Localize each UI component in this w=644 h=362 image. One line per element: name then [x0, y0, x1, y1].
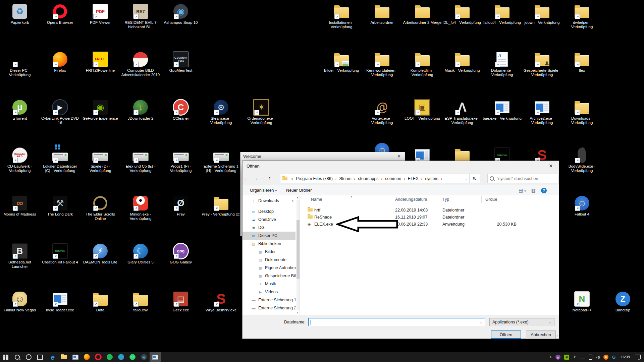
desktop-icon-archive2-exe-verkn-pfung[interactable]: ↗Archive2.exe - Verknüpfung	[523, 99, 561, 125]
scroll-up-icon[interactable]: ∧	[296, 196, 299, 199]
view-mode-icon[interactable]: ▤ ▾	[519, 188, 526, 193]
action-center-icon[interactable]	[635, 355, 641, 359]
desktop-icon-dwhelper-verkn-pfung[interactable]: ↗dwhelper - Verknüpfung	[562, 3, 601, 29]
breadcrumb-item-program-files-x86[interactable]: Program Files (x86)	[295, 176, 333, 181]
chevron-down-icon[interactable]: ⌄	[480, 320, 483, 324]
gog-tray-icon[interactable]: g	[555, 355, 560, 360]
taskbar-app-snap[interactable]: ◉	[138, 352, 150, 362]
forward-icon[interactable]: →	[251, 175, 260, 181]
sidebar-item-partial[interactable]: ▤	[243, 312, 296, 315]
breadcrumb-item-common[interactable]: common	[384, 176, 402, 181]
desktop-icon-lokaler-datentr-ger-c-verkn-pfung[interactable]: ↗Lokaler Datenträger (C) - Verknüpfung	[41, 147, 79, 173]
breadcrumb-item-system[interactable]: system	[424, 176, 439, 181]
taskbar-app-firefox[interactable]	[81, 352, 93, 362]
desktop-icon-bethesda-net-launcher[interactable]: B↗Bethesda.net Launcher	[0, 243, 39, 269]
desktop-icon-arbeitsordner-2-merge[interactable]: Arbeitsordner 2 Merge	[403, 3, 442, 25]
desktop-icon-dl-fo4-verkn-pfung[interactable]: ↗DL_fo4 - Verknüpfung	[443, 3, 482, 25]
desktop-icon-bae-exe-verkn-pfung[interactable]: ↗bae.exe - Verknüpfung	[483, 99, 522, 121]
desktop-icon-bandizip[interactable]: ZBandizip	[603, 291, 642, 312]
sidebar-item-eigene-aufnahmen[interactable]: ▦Eigene Aufnahmen	[243, 264, 296, 272]
file-row-hrtf[interactable]: hrtf22.08.2019 14:03Dateiordner	[300, 207, 559, 214]
resize-grip[interactable]	[555, 335, 558, 338]
sidebar-item-bilder[interactable]: ▦Bilder	[243, 248, 296, 256]
desktop-icon-wrye-bashnv-exe[interactable]: S↗Wrye BashNV.exe	[202, 291, 240, 312]
scroll-down-icon[interactable]: ∨	[296, 311, 299, 314]
desktop-icon-musik-verkn-pfung[interactable]: ↗Musik - Verknüpfung	[443, 51, 482, 73]
desktop-icon-geforce-experience[interactable]: ◉↗GeForce Experience	[81, 99, 120, 121]
desktop-icon-ashampoo-snap-10[interactable]: ◉↗Ashampoo Snap 10	[161, 3, 200, 25]
refresh-button[interactable]: ↻	[469, 174, 480, 183]
close-icon[interactable]: ✕	[547, 163, 555, 169]
usb-icon[interactable]	[589, 355, 592, 360]
column-header-name[interactable]: Name	[311, 195, 322, 203]
sidebar-item-onedrive[interactable]: ☁OneDrive	[243, 216, 296, 224]
desktop-icon-cd-laufwerk-verkn-pfung[interactable]: Computer BILD↗CD-Laufwerk - Verknüpfung	[0, 147, 39, 173]
open-button[interactable]: Öffnen	[491, 330, 521, 339]
desktop-icon-the-long-dark[interactable]: ⚒↗The Long Dark	[41, 195, 79, 217]
desktop-icon-fallout-new-vegas[interactable]: ☺↗Fallout New Vegas	[0, 291, 39, 312]
desktop-icon-glary-utilities-5[interactable]: ☾↗Glary Utilities 5	[121, 243, 160, 264]
desktop-icon-torrent[interactable]: µ↗µTorrent	[0, 99, 39, 121]
filename-input[interactable]: ⌄	[308, 318, 485, 326]
preview-pane-icon[interactable]: ▥	[531, 188, 536, 193]
desktop-icon-ordenador-exe-verkn-pfung[interactable]: ✶↗Ordenador.exe - Verknüpfung	[242, 99, 281, 125]
desktop-icon-resident-evil-7-biohazard-bl[interactable]: RE7↗RESIDENT EVIL 7 biohazard Bl...	[121, 3, 160, 29]
desktop-icon-elex-und-co-e-verkn-pfung[interactable]: ↗Elex und Co (E) - Verknüpfung	[121, 147, 160, 173]
desktop-icon-geck-exe[interactable]: ▤↗Geck.exe	[161, 291, 200, 312]
desktop-icon-kennwortdateien-verkn-pfung[interactable]: ↗Kennwortdateien - Verknüpfung	[363, 51, 401, 77]
close-icon[interactable]: ✕	[396, 154, 402, 159]
desktop-icon-creation-kit-fallout-4[interactable]: CREATION↗Creation Kit Fallout 4	[41, 243, 79, 264]
sidebar-item-externe-sicherung-1[interactable]: ▬Externe Sicherung 1 (	[243, 296, 296, 304]
desktop-icon-esp-translator-exe-verkn-pfung[interactable]: Λ↗ESP Translator.exe - Verknüpfung	[443, 99, 482, 125]
start-button[interactable]	[0, 352, 11, 362]
taskbar-app-spotify[interactable]	[104, 352, 115, 362]
desktop-icon-bilder-verkn-pfung[interactable]: ↗Bilder - Verknüpfung	[322, 51, 361, 73]
desktop-icon-computer-bild-adventskalender-2019[interactable]: ↗Computer BILD Adventskalender 2019	[121, 51, 160, 77]
help-icon[interactable]: ?	[541, 188, 547, 193]
desktop-icon-opera-browser[interactable]: ↗Opera-Browser	[41, 3, 79, 25]
taskbar-app-window[interactable]	[70, 352, 81, 362]
desktop-icon-minion-exe-verkn-pfung[interactable]: ↗Minion.exe - Verknüpfung	[121, 195, 160, 221]
sidebar-item-gespeicherte-bilder[interactable]: ▦Gespeicherte Bilder	[243, 272, 296, 280]
desktop-icon-installationen-verkn-pfung[interactable]: ↗Installationen - Verknüpfung	[322, 3, 361, 29]
sidebar-item-dieser-pc[interactable]: ▭Dieser PC	[243, 232, 296, 240]
sidebar-item-downloads[interactable]: ↓Downloads✦	[243, 197, 296, 205]
desktop-icon-arbeitsordner[interactable]: Arbeitsordner	[363, 3, 401, 25]
desktop-icon-bodyslide-exe-verkn-pfung[interactable]: ↗BodySlide.exe - Verknüpfung	[562, 147, 601, 173]
sidebar-scrollbar[interactable]	[297, 200, 300, 310]
desktop-icon-loot-verkn-pfung[interactable]: ▣↗LOOT - Verknüpfung	[403, 99, 442, 121]
breadcrumb-item-elex[interactable]: ELEX	[407, 176, 419, 181]
up-icon[interactable]: ↑	[265, 175, 274, 181]
taskbar-app-media[interactable]	[115, 352, 127, 362]
desktop-icon-downloads-verkn-pfung[interactable]: ↓↗Downloads - Verknüpfung	[562, 99, 601, 125]
desktop-icon-jdown-verkn-pfung[interactable]: ↗jdown - Verknüpfung	[523, 3, 561, 25]
scrollbar-thumb[interactable]	[297, 220, 300, 279]
desktop-icon-prey[interactable]: Ø↗Prey	[161, 195, 200, 217]
desktop-icon-externe-sicherung-1-h-verkn-pfung[interactable]: ↗Externe Sicherung 1 (H) - Verknüpfung	[202, 147, 240, 173]
desktop-icon-jdownloader-2[interactable]: ↓↗JDownloader 2	[121, 99, 160, 121]
network-icon[interactable]	[580, 355, 585, 359]
sidebar-item-externe-sicherung-2[interactable]: ▬Externe Sicherung 2 (	[243, 304, 296, 312]
desktop-icon-dokumente-verkn-pfung[interactable]: ↗Dokumente - Verknüpfung	[483, 51, 522, 77]
desktop-icon-pdf-viewer[interactable]: PDF↗PDF-Viewer	[81, 3, 120, 25]
desktop-icon-papierkorb[interactable]: ♻Papierkorb	[0, 3, 39, 25]
sidebar-item-dg[interactable]: ☻DG	[243, 224, 296, 232]
breadcrumb-item-steam[interactable]: Steam	[339, 176, 352, 181]
column-header-typ[interactable]: Typ	[442, 195, 449, 203]
desktop-icon-nvse-loader-exe[interactable]: ↗nvse_loader.exe	[41, 291, 79, 312]
desktop-icon-data[interactable]: ↗Data	[81, 291, 120, 312]
nvidia-tray-icon[interactable]: ◉	[564, 355, 569, 360]
sidebar-item-desktop[interactable]: ▭Desktop	[243, 207, 296, 216]
desktop-icon-komplettfilm-verkn-pfung[interactable]: ↗Komplettfilm - Verknüpfung	[403, 51, 442, 77]
cortana-button[interactable]	[23, 352, 34, 362]
desktop-icon-flex[interactable]: ↗flex	[562, 51, 601, 73]
desktop-icon-gpumemtest[interactable]: GpuMem Test↗GpuMemTest	[161, 51, 200, 73]
organize-button[interactable]: Organisieren▾	[250, 188, 277, 193]
logitech-g-icon[interactable]: G	[612, 355, 615, 360]
sidebar-item-bibliotheken[interactable]: ▤Bibliotheken	[243, 240, 296, 248]
volume-icon[interactable]: ◁)	[596, 355, 600, 359]
column-header-gr-e[interactable]: Größe	[485, 195, 497, 203]
filetype-select[interactable]: Applications (*.exe) ⌄	[489, 318, 554, 326]
taskbar-app-edge[interactable]: e	[47, 352, 58, 362]
new-folder-button[interactable]: Neuer Ordner	[286, 188, 312, 193]
